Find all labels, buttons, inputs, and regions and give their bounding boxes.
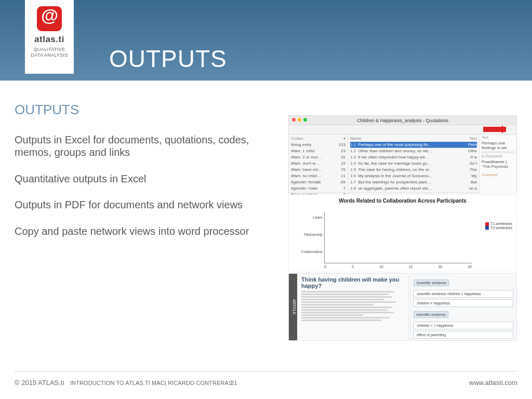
chart-category: Partnership [304,233,325,236]
network-node: scientific evidence children < happiness [414,290,513,298]
bullets: Outputs in Excel for documents, quotatio… [15,134,264,237]
logo-brand: atlas.ti [28,34,71,45]
code-row: #fam: don't w…15 [291,161,345,167]
list-item: 1:6My analysis in the Journal of Socioec… [350,173,477,179]
article-body-placeholder [301,291,404,321]
pdf-network-mock: ARTICLE Think having children will make … [288,273,517,341]
name-header: Name [350,136,361,141]
copyright: © 2015 ATLAS.ti [15,379,64,387]
list-item: 1:8on aggregate, parents often report st… [350,185,477,192]
bullet-1: Outputs in Excel for documents, quotatio… [15,134,264,159]
at-icon: @ [41,5,58,25]
chart-title: Words Related to Collaboration Across Pa… [294,198,511,204]
detail-text: Perhaps one [482,141,514,145]
list-item: 1:4So far, the case for marriage looks g… [350,161,477,167]
code-row: #gender: male7 [291,185,345,192]
footer-divider [15,371,517,371]
detail-comment-header: Comment [482,173,514,177]
code-row: #fam: have chi…75 [291,167,345,173]
footer: © 2015 ATLAS.ti INTRODUCTION TO ATLAS.TI… [15,371,517,387]
code-row: #gender: female69 [291,179,345,185]
slide-title: OUTPUTS [109,45,227,73]
minimize-icon [298,118,301,122]
code-row: #fam: 1 child23 [291,148,345,154]
article-mock: ARTICLE Think having children will make … [288,273,409,341]
footer-url: www.atlasti.com [469,379,517,387]
list-item: 1:1Perhaps one of the most surprising fi… [350,142,477,148]
network-tag: scientific evidence [414,311,448,318]
chart-xticks: 0510152025 [324,265,472,269]
footer-left: © 2015 ATLAS.ti INTRODUCTION TO ATLAS.TI… [15,379,237,387]
close-icon [292,118,296,122]
list-item: 1:2Other than children and money, do we…… [350,148,477,154]
quotations-window-mock: Children & Happiness_analysis - Quotatio… [288,115,517,193]
window-toolbar [289,125,516,135]
network-node: children ≠ happiness [414,299,513,307]
logo-mark: @ [37,6,62,31]
quotations-list: NameText 1:1Perhaps one of the most surp… [348,135,479,194]
detail-text: Powdthavee ( [482,159,514,164]
detail-panel: Text Perhaps one findings in we In Docum… [479,135,516,194]
zoom-icon [303,118,307,122]
page-number: 21 [231,380,237,386]
network-node: children < > happiness [414,322,513,329]
list-item: 1:3If we often mispredict how happy we…I… [350,154,477,161]
arrow-icon [483,127,506,132]
chart-legend: T1 sentences T2 sentences [485,222,512,230]
article-side-label: ARTICLE [289,274,297,340]
logo-subtitle: QUALITATIVE DATA ANALYSIS [28,47,71,58]
window-titlebar: Children & Happiness_analysis - Quotatio… [289,116,516,125]
chart-plot-area: Listen Partnership Collaboration [324,212,472,263]
chart-category: Collaboration [301,250,325,254]
logo: @ atlas.ti QUALITATIVE DATA ANALYSIS [25,0,74,74]
bullet-3: Outputs in PDF for documents and network… [15,198,264,211]
detail-text: "The Psycholo [482,164,514,169]
code-row: #fam: 2 or mor…31 [291,154,345,161]
article-headline: Think having children will make you happ… [301,277,404,289]
window-title: Children & Happiness_analysis - Quotatio… [357,118,448,123]
network-tag: Scientific evidence [414,280,449,286]
network-view-mock: Scientific evidence scientific evidence … [410,273,517,341]
detail-text: findings in we [482,145,514,150]
detail-header: Text [482,136,514,139]
code-row: #fam: no child…11 [291,173,345,179]
bullet-2: Quantitative outputs in Excel [15,172,264,185]
codes-sidebar: Codes▾ #blog entry133 #fam: 1 child23 #f… [289,135,348,194]
list-item: 1:7But the warnings for prospective pare… [350,179,477,185]
traffic-lights [292,118,307,122]
header-band: @ atlas.ti QUALITATIVE DATA ANALYSIS OUT… [0,0,532,81]
list-item: 1:5The case for having children, on the … [350,167,477,173]
network-node: effect of parenting [414,331,513,339]
breadcrumb: INTRODUCTION TO ATLAS.TI MAC| RICARDO CO… [70,380,233,386]
bullet-4: Copy and paste network views into word p… [15,225,264,237]
screenshot-mocks: Children & Happiness_analysis - Quotatio… [288,115,517,341]
detail-doc-header: In Document [482,154,514,158]
text-header: Text [469,136,477,141]
codes-header: Codes [291,136,303,141]
chart-category: Listen [313,216,325,219]
code-row: #blog entry133 [291,142,345,148]
bar-chart-mock: Words Related to Collaboration Across Pa… [288,194,517,272]
